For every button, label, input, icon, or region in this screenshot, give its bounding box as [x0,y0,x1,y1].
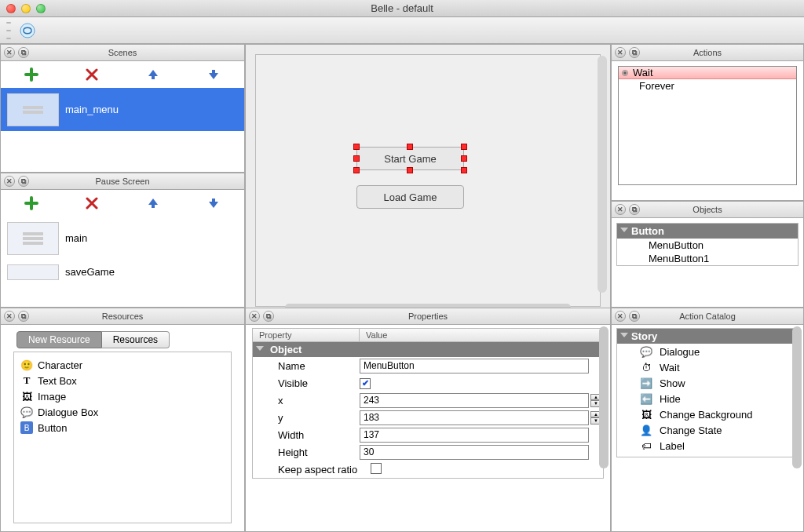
resize-handle-icon[interactable] [353,144,360,150]
resize-handle-icon[interactable] [461,155,467,162]
dialogue-icon: 💬 [20,406,33,418]
catalog-scrollbar[interactable] [792,326,802,530]
scenes-panel-header: ✕ ⧉ Scenes [0,44,245,61]
action-row-wait[interactable]: Wait [619,67,796,79]
property-row-name: Name [253,357,603,374]
resources-tabs: New Resource Resources [16,331,244,348]
scene-item[interactable]: main_menu [1,88,244,132]
resource-item-dialoguebox[interactable]: 💬Dialogue Box [17,404,228,420]
move-pause-down-button[interactable] [204,194,223,213]
add-scene-button[interactable] [22,65,41,84]
property-row-x: x ▲▼ [253,392,603,409]
button-icon: B [20,421,33,434]
actions-list[interactable]: Wait Forever [618,66,797,185]
catalog-item-wait[interactable]: ⏱Wait [617,359,798,375]
move-scene-up-button[interactable] [144,65,163,84]
catalog-item-change-background[interactable]: 🖼Change Background [617,406,798,422]
catalog-item-show[interactable]: ➡️Show [617,375,798,391]
resources-panel-title: Resources [1,312,244,321]
pause-toolbar [1,190,244,217]
catalog-panel-header: ✕ ⧉ Action Catalog [611,308,804,325]
resource-item-textbox[interactable]: TText Box [17,373,228,388]
resource-list: 🙂Character TText Box 🖼Image 💬Dialogue Bo… [13,352,232,523]
object-item[interactable]: MenuButton [617,239,798,252]
pause-item-label: main [65,232,87,244]
properties-panel-title: Properties [246,312,610,321]
resources-panel-body: New Resource Resources 🙂Character TText … [0,325,245,532]
canvas-button-load-game[interactable]: Load Game [356,185,464,209]
resize-handle-icon[interactable] [461,144,467,150]
objects-panel-title: Objects [612,205,803,214]
svg-rect-1 [152,75,155,79]
svg-rect-4 [212,199,215,202]
radio-icon [622,70,628,76]
catalog-item-label[interactable]: 🏷Label [617,438,798,454]
resize-handle-icon[interactable] [407,144,413,150]
toolbar-app-icon[interactable] [16,20,39,41]
catalog-item-dialogue[interactable]: 💬Dialogue [617,344,798,359]
scene-thumbnail-icon [7,93,59,126]
svg-rect-3 [152,204,155,208]
resource-item-character[interactable]: 🙂Character [17,357,228,373]
resize-handle-icon[interactable] [353,155,360,162]
scene-thumbnail-icon [7,264,59,280]
character-icon: 🙂 [20,359,33,371]
show-icon: ➡️ [639,376,653,390]
text-icon: T [20,374,33,387]
catalog-item-change-state[interactable]: 👤Change State [617,422,798,438]
tab-resources[interactable]: Resources [102,331,170,348]
resource-item-button[interactable]: BButton [17,420,228,435]
resize-handle-icon[interactable] [353,167,360,173]
toolbar-grip-icon [6,22,11,39]
svg-rect-2 [212,70,215,74]
pause-item[interactable]: saveGame [1,261,244,284]
move-scene-down-button[interactable] [204,65,223,84]
resize-handle-icon[interactable] [407,167,413,173]
visible-checkbox[interactable]: ✔ [360,378,371,389]
pause-panel-header: ✕ ⧉ Pause Screen [0,173,245,190]
actions-panel-title: Actions [612,48,803,57]
move-pause-up-button[interactable] [144,194,163,213]
width-input[interactable] [360,428,589,443]
name-input[interactable] [360,359,589,373]
scene-canvas[interactable]: Start Game Load Game [255,54,601,307]
resize-handle-icon[interactable] [461,167,467,173]
action-row-forever[interactable]: Forever [619,79,796,92]
scenes-panel-title: Scenes [1,48,244,57]
scene-thumbnail-icon [7,222,59,255]
keep-aspect-checkbox[interactable] [371,463,382,474]
catalog-section-story[interactable]: Story [617,329,798,344]
objects-section-button[interactable]: Button [617,224,798,239]
properties-section-object[interactable]: Object [253,342,603,357]
dialogue-icon: 💬 [639,344,653,359]
window-title: Belle - default [0,2,804,14]
image-icon: 🖼 [20,390,33,403]
scenes-toolbar [1,61,244,88]
resources-panel-header: ✕ ⧉ Resources [0,308,245,325]
pause-item[interactable]: main [1,217,244,261]
add-pause-button[interactable] [22,194,41,213]
svg-point-0 [20,24,35,38]
object-item[interactable]: MenuButton1 [617,252,798,265]
y-input[interactable] [360,410,589,425]
pause-item-label: saveGame [65,266,115,278]
resource-item-image[interactable]: 🖼Image [17,388,228,404]
window-titlebar: Belle - default [0,0,804,17]
properties-panel-header: ✕ ⧉ Properties [245,308,611,325]
scenes-panel-body: main_menu [0,61,245,173]
expand-icon [620,333,628,337]
catalog-item-hide[interactable]: ⬅️Hide [617,391,798,406]
tab-new-resource[interactable]: New Resource [16,331,102,348]
x-input[interactable] [360,393,589,408]
height-input[interactable] [360,445,589,460]
properties-panel-body: Property Value Object Name Visible ✔ x [245,325,611,532]
pause-panel-body: main saveGame [0,190,245,308]
delete-scene-button[interactable] [82,65,101,84]
actions-panel-body: Wait Forever [611,61,804,201]
property-row-height: Height [253,443,603,461]
state-icon: 👤 [639,423,653,437]
canvas-scrollbar-vertical[interactable] [598,56,607,293]
scene-canvas-area[interactable]: Start Game Load Game [245,44,611,317]
delete-pause-button[interactable] [82,194,101,213]
properties-scrollbar[interactable] [599,326,608,530]
